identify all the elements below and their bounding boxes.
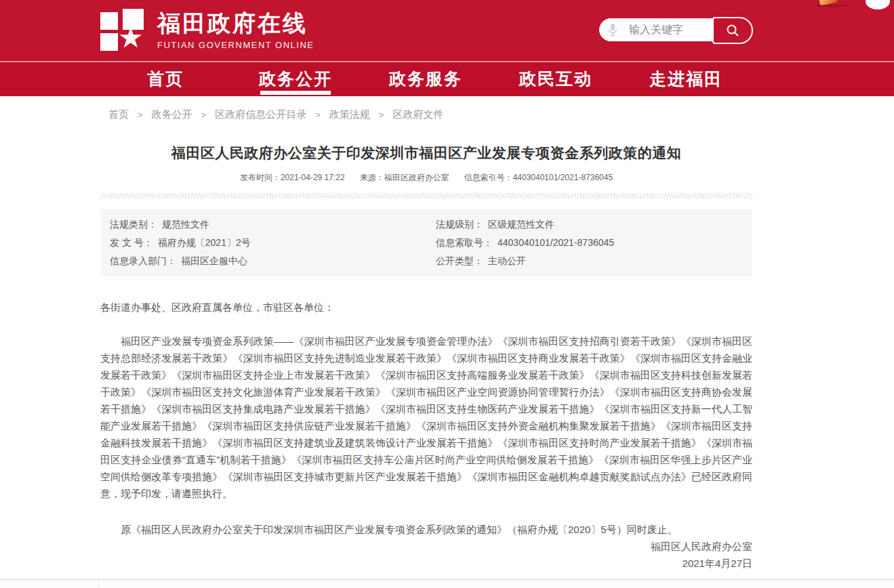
corner-decoration <box>866 0 890 9</box>
info-row-regulation-level: 法规级别：区级规范性文件 <box>426 215 752 234</box>
signature: 福田区人民政府办公室 <box>100 538 752 555</box>
salutation-paragraph: 各街道办事处、区政府直属各单位，市驻区各单位： <box>100 299 752 316</box>
document-info-box: 法规类别：规范性文件 发 文 号：福府办规〔2021〕2号 信息录入部门：福田区… <box>100 209 752 276</box>
site-name-english: FUTIAN GOVERNMENT ONLINE <box>157 40 314 50</box>
publish-time: 发布时间：2021-04-29 17:22 <box>240 172 345 184</box>
article-container: 福田区人民政府办公室关于印发深圳市福田区产业发展专项资金系列政策的通知 发布时间… <box>100 144 752 572</box>
main-navigation: 首页 政务公开 政务服务 政民互动 走进福田 <box>0 62 894 96</box>
nav-item-government-services[interactable]: 政务服务 <box>361 62 491 95</box>
breadcrumb-separator: > <box>315 110 321 120</box>
microphone-icon[interactable] <box>606 23 619 37</box>
main-paragraph: 福田区产业发展专项资金系列政策——《深圳市福田区产业发展专项资金管理办法》《深圳… <box>100 333 752 502</box>
info-row-entry-department: 信息录入部门：福田区企服中心 <box>100 252 426 270</box>
info-row-disclosure-type: 公开类型：主动公开 <box>426 252 752 270</box>
corner-emblem: www.sz.gov.cn <box>815 0 863 9</box>
footer-edge <box>0 579 894 588</box>
breadcrumb: 首页>政务公开>区政府信息公开目录>政策法规>区政府文件 <box>108 108 894 121</box>
search-icon <box>725 23 740 38</box>
info-index-number: 信息索引号：4403040101/2021-8736045 <box>464 172 613 184</box>
breadcrumb-separator: > <box>379 110 384 120</box>
info-row-document-number: 发 文 号：福府办规〔2021〕2号 <box>100 234 426 252</box>
repeal-paragraph: 原《福田区人民政府办公室关于印发深圳市福田区产业发展专项资金系列政策的通知》（福… <box>100 521 752 538</box>
nav-item-public-interaction[interactable]: 政民互动 <box>491 62 621 95</box>
document-date: 2021年4月27日 <box>100 555 752 572</box>
info-column-left: 法规类别：规范性文件 发 文 号：福府办规〔2021〕2号 信息录入部门：福田区… <box>100 215 426 270</box>
site-name: 福田政府在线 <box>157 11 314 36</box>
search-box <box>599 18 752 41</box>
breadcrumb-item-policies[interactable]: 政策法规 <box>329 108 370 120</box>
emblem-caption: www.sz.gov.cn <box>817 3 848 7</box>
hatched-divider <box>100 193 752 198</box>
logo-square-icon <box>100 12 118 30</box>
info-row-index-number: 信息索取号：4403040101/2021-8736045 <box>426 234 752 252</box>
document-body: 各街道办事处、区政府直属各单位，市驻区各单位： 福田区产业发展专项资金系列政策—… <box>100 299 752 572</box>
nav-item-government-affairs[interactable]: 政务公开 <box>230 62 361 95</box>
search-button[interactable] <box>712 17 753 44</box>
breadcrumb-item-government-affairs[interactable]: 政务公开 <box>152 108 192 120</box>
breadcrumb-separator: > <box>138 110 143 120</box>
breadcrumb-separator: > <box>201 110 207 120</box>
page-title: 福田区人民政府办公室关于印发深圳市福田区产业发展专项资金系列政策的通知 <box>100 144 752 163</box>
logo-star-icon: ★ <box>118 24 144 52</box>
breadcrumb-item-info-directory[interactable]: 区政府信息公开目录 <box>215 108 306 120</box>
footer-divider <box>98 580 99 588</box>
source: 来源：福田区政府办公室 <box>360 172 449 184</box>
site-header: ★ 福田政府在线 FUTIAN GOVERNMENT ONLINE <box>0 0 894 62</box>
logo-text: 福田政府在线 FUTIAN GOVERNMENT ONLINE <box>157 11 314 49</box>
breadcrumb-item-home[interactable]: 首页 <box>108 108 129 120</box>
logo-mark-icon: ★ <box>100 9 144 52</box>
site-logo[interactable]: ★ 福田政府在线 FUTIAN GOVERNMENT ONLINE <box>100 9 314 52</box>
info-row-regulation-category: 法规类别：规范性文件 <box>100 215 426 234</box>
nav-item-home[interactable]: 首页 <box>100 62 230 95</box>
info-column-right: 法规级别：区级规范性文件 信息索取号：4403040101/2021-87360… <box>426 215 752 270</box>
breadcrumb-item-district-documents[interactable]: 区政府文件 <box>392 108 443 120</box>
nav-item-about-futian[interactable]: 走进福田 <box>621 62 751 95</box>
logo-square-icon <box>100 33 118 51</box>
article-meta: 发布时间：2021-04-29 17:22 来源：福田区政府办公室 信息索引号：… <box>100 172 752 184</box>
